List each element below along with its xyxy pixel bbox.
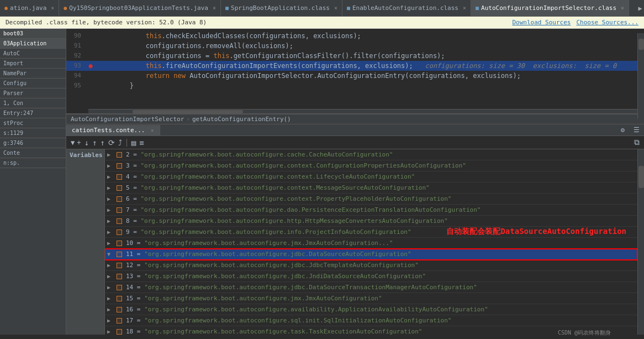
orange-square-icon-14	[117, 285, 122, 290]
debug-session-item-7[interactable]: 1, Con	[0, 98, 66, 108]
tab-scroll-right[interactable]: ▶	[636, 4, 644, 12]
line-num-93: 93	[66, 61, 86, 71]
var-value-10: 10 = "org.springframework.boot.autoconfi…	[126, 239, 393, 247]
orange-square-icon-11	[117, 252, 122, 257]
debug-session-item-8[interactable]: Entry:247	[0, 108, 66, 118]
var-item-5[interactable]: ▶ 5 = "org.springframework.boot.autoconf…	[105, 182, 637, 194]
gear-icon[interactable]: ⚙	[616, 124, 629, 135]
var-expand-8: ▶	[107, 218, 115, 224]
breakpoint-icon: ●	[88, 61, 92, 71]
tab-springbootapp[interactable]: ■ SpringBootApplication.class ×	[221, 0, 342, 17]
tab-close-3[interactable]: ×	[334, 5, 337, 11]
var-item-3[interactable]: ▶ 3 = "org.springframework.boot.autoconf…	[105, 160, 637, 171]
tab-close-2[interactable]: ×	[213, 5, 216, 11]
tab-close-4[interactable]: ×	[463, 5, 466, 11]
tab-enableauto[interactable]: ■ EnableAutoConfiguration.class ×	[342, 0, 471, 17]
scrollbar-thumb-vertical[interactable]	[638, 166, 644, 188]
upload-icon[interactable]: ↑	[92, 138, 97, 147]
debug-session-item-10[interactable]: s:1129	[0, 128, 66, 138]
tab-ation-java[interactable]: ● ation.java ×	[0, 0, 59, 17]
horizontal-scrollbar[interactable]	[88, 109, 644, 113]
left-panel-icons: ▼ +	[71, 139, 81, 147]
debug-session-item-9[interactable]: stProc	[0, 118, 66, 128]
var-expand-11: ▼	[107, 251, 115, 257]
var-icon-7	[115, 207, 124, 213]
debug-session-item-12[interactable]: Conte	[0, 148, 66, 158]
right-scrollbar[interactable]	[637, 149, 644, 335]
code-line-95: 95 }	[66, 81, 644, 91]
var-value-3: 3 = "org.springframework.boot.autoconfig…	[126, 162, 466, 169]
tab-icon-5: ■	[476, 5, 479, 11]
var-value-8: 8 = "org.springframework.boot.autoconfig…	[126, 217, 448, 225]
tab-icon-2: ●	[64, 5, 67, 11]
var-icon-13	[115, 273, 124, 280]
choose-sources-link[interactable]: Choose Sources...	[576, 19, 638, 26]
code-editor: 90 this.checkExcludedClasses(configurati…	[66, 29, 644, 114]
variables-list[interactable]: 自动装配会装配DataSourceAutoConfiguration ▶ 2 =…	[105, 149, 637, 335]
debug-session-item-11[interactable]: g:3746	[0, 138, 66, 148]
var-item-13[interactable]: ▶ 13 = "org.springframework.boot.autocon…	[105, 271, 637, 282]
orange-square-icon-15	[117, 296, 122, 301]
var-expand-18: ▶	[107, 328, 115, 335]
debug-tab-cationtest[interactable]: cationTests.conte... ×	[66, 125, 160, 135]
var-item-17[interactable]: ▶ 17 = "org.springframework.boot.autocon…	[105, 315, 637, 326]
tab-label-4: EnableAutoConfiguration.class	[352, 4, 458, 12]
var-item-10[interactable]: ▶ 10 = "org.springframework.boot.autocon…	[105, 238, 637, 249]
var-item-12[interactable]: ▶ 12 = "org.springframework.boot.autocon…	[105, 260, 637, 271]
orange-square-icon-17	[117, 318, 122, 324]
var-item-11[interactable]: ▼ 11 = "org.springframework.boot.autocon…	[105, 249, 637, 260]
var-item-9[interactable]: ▶ 9 = "org.springframework.boot.autoconf…	[105, 227, 637, 238]
tab-close-5[interactable]: ×	[621, 5, 624, 11]
var-item-16[interactable]: ▶ 16 = "org.springframework.boot.autocon…	[105, 304, 637, 315]
orange-square-icon-9	[117, 230, 122, 235]
download-icon[interactable]: ↓	[84, 138, 88, 147]
filter-icon[interactable]: ▼	[71, 139, 75, 147]
collapse-icon[interactable]: ⧉	[634, 138, 640, 147]
line-content-92: configurations = this.getConfigurationCl…	[96, 51, 445, 61]
expand-icon[interactable]: ⤴	[118, 138, 122, 147]
debug-session-item-6[interactable]: Parser	[0, 88, 66, 98]
debug-session-item-3[interactable]: Import	[0, 59, 66, 69]
var-value-6: 6 = "org.springframework.boot.autoconfig…	[126, 195, 451, 202]
add-icon[interactable]: +	[77, 139, 81, 147]
download-sources-link[interactable]: Download Sources	[512, 19, 571, 26]
tab-close-1[interactable]: ×	[51, 5, 54, 11]
debug-session-item-5[interactable]: Configu	[0, 79, 66, 88]
tab-autoconfigimport[interactable]: ■ AutoConfigurationImportSelector.class …	[471, 0, 629, 17]
tab-icon-3: ■	[225, 5, 229, 11]
code-right-scrollbar[interactable]	[637, 33, 644, 119]
debug-session-item-13[interactable]: n:sp.	[0, 158, 66, 168]
orange-square-icon-5	[117, 185, 122, 191]
var-item-8[interactable]: ▶ 8 = "org.springframework.boot.autoconf…	[105, 216, 637, 227]
var-expand-6: ▶	[107, 196, 115, 202]
orange-square-icon-7	[117, 207, 122, 213]
var-icon-11	[115, 251, 124, 258]
scrollbar-thumb[interactable]	[133, 110, 243, 113]
line-gutter-92	[86, 51, 96, 61]
variables-label-text: Variables	[70, 152, 103, 159]
list-icon[interactable]: ≡	[139, 138, 144, 147]
var-item-6[interactable]: ▶ 6 = "org.springframework.boot.autoconf…	[105, 194, 637, 205]
var-item-4[interactable]: ▶ 4 = "org.springframework.boot.autoconf…	[105, 171, 637, 182]
debug-session-item-4[interactable]: NamePar	[0, 69, 66, 79]
var-value-2: 2 = "org.springframework.boot.autoconfig…	[126, 151, 393, 158]
debug-session-item-active[interactable]: 03Application	[0, 39, 66, 49]
var-item-14[interactable]: ▶ 14 = "org.springframework.boot.autocon…	[105, 282, 637, 293]
debug-tab-close[interactable]: ×	[151, 128, 154, 133]
menu-icon[interactable]: ☰	[629, 124, 644, 135]
table-icon[interactable]: ▤	[131, 138, 136, 147]
debug-session-item-2[interactable]: AutoC	[0, 49, 66, 59]
var-item-7[interactable]: ▶ 7 = "org.springframework.boot.autoconf…	[105, 205, 637, 216]
var-value-7: 7 = "org.springframework.boot.autoconfig…	[126, 206, 481, 213]
line-content-90: this.checkExcludedClasses(configurations…	[96, 31, 361, 41]
var-expand-7: ▶	[107, 207, 115, 213]
up-arrow-icon[interactable]: ↑	[100, 138, 104, 147]
banner-text: Decompiled .class file, bytecode version…	[6, 19, 207, 26]
var-item-15[interactable]: ▶ 15 = "org.springframework.boot.autocon…	[105, 293, 637, 304]
tab-qy150[interactable]: ● Qy150Springboot03ApplicationTests.java…	[59, 0, 221, 17]
code-line-94: 94 return new AutoConfigurationImportSel…	[66, 71, 644, 81]
refresh-icon[interactable]: ⟳	[108, 138, 115, 147]
code-scrollbar-thumb[interactable]	[638, 39, 644, 50]
var-item-2[interactable]: ▶ 2 = "org.springframework.boot.autoconf…	[105, 149, 637, 160]
var-expand-12: ▶	[107, 262, 115, 268]
